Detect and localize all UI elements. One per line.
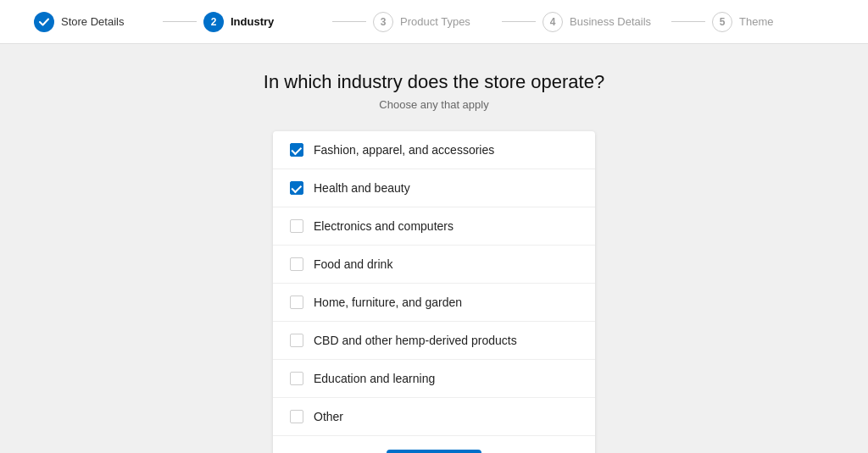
step-number-industry: 2 xyxy=(203,12,224,32)
step-label-store-details: Store Details xyxy=(61,15,124,28)
option-label-fashion: Fashion, apparel, and accessories xyxy=(314,143,494,157)
option-row-fashion[interactable]: Fashion, apparel, and accessories xyxy=(273,131,595,169)
option-label-home: Home, furniture, and garden xyxy=(314,296,462,309)
option-row-home[interactable]: Home, furniture, and garden xyxy=(273,284,595,322)
continue-button[interactable]: Continue xyxy=(387,450,481,453)
checkbox-health[interactable] xyxy=(290,181,303,195)
step-label-theme: Theme xyxy=(739,15,773,28)
step-number-business-details: 4 xyxy=(542,12,563,32)
main-content: In which industry does the store operate… xyxy=(0,44,868,453)
option-row-food[interactable]: Food and drink xyxy=(273,246,595,284)
card-footer: Continue xyxy=(273,435,595,453)
option-row-other[interactable]: Other xyxy=(273,398,595,435)
step-label-product-types: Product Types xyxy=(400,15,470,28)
options-card: Fashion, apparel, and accessoriesHealth … xyxy=(273,131,595,453)
option-label-food: Food and drink xyxy=(314,257,392,271)
step-divider xyxy=(332,21,366,22)
checkbox-home[interactable] xyxy=(290,296,303,309)
step-label-business-details: Business Details xyxy=(570,15,651,28)
checkbox-education[interactable] xyxy=(290,372,303,385)
checkbox-electronics[interactable] xyxy=(290,219,303,233)
checkbox-food[interactable] xyxy=(290,257,303,271)
step-number-store-details xyxy=(34,12,54,32)
option-row-health[interactable]: Health and beauty xyxy=(273,169,595,207)
stepper: Store Details2Industry3Product Types4Bus… xyxy=(0,0,868,44)
option-row-education[interactable]: Education and learning xyxy=(273,360,595,398)
option-label-cbd: CBD and other hemp-derived products xyxy=(314,334,517,347)
step-store-details: Store Details xyxy=(34,12,156,32)
option-label-education: Education and learning xyxy=(314,372,435,385)
checkbox-fashion[interactable] xyxy=(290,143,303,157)
option-label-other: Other xyxy=(314,410,343,423)
step-number-theme: 5 xyxy=(712,12,732,32)
step-industry: 2Industry xyxy=(203,12,326,32)
page-subtitle: Choose any that apply xyxy=(379,98,488,111)
step-divider xyxy=(671,21,705,22)
step-business-details: 4Business Details xyxy=(542,12,665,32)
checkbox-other[interactable] xyxy=(290,410,303,423)
checkbox-cbd[interactable] xyxy=(290,334,303,347)
page-title: In which industry does the store operate… xyxy=(264,71,604,93)
step-number-product-types: 3 xyxy=(373,12,393,32)
step-divider xyxy=(502,21,536,22)
step-label-industry: Industry xyxy=(231,15,274,28)
option-row-cbd[interactable]: CBD and other hemp-derived products xyxy=(273,322,595,360)
step-theme: 5Theme xyxy=(712,12,834,32)
option-label-electronics: Electronics and computers xyxy=(314,219,453,233)
step-divider xyxy=(163,21,197,22)
step-product-types: 3Product Types xyxy=(373,12,495,32)
option-label-health: Health and beauty xyxy=(314,181,410,195)
option-row-electronics[interactable]: Electronics and computers xyxy=(273,207,595,246)
